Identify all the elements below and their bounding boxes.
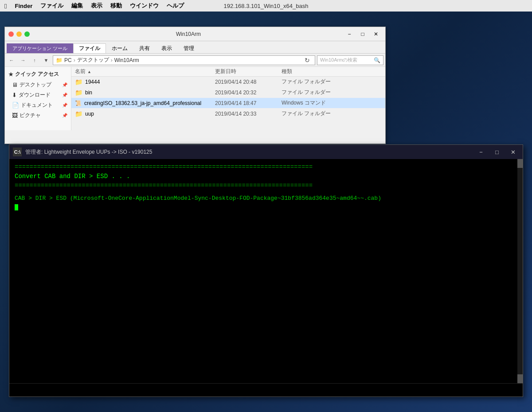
sidebar-item-documents[interactable]: 📄 ドキュメント 📌 xyxy=(5,100,71,110)
tab-app-tools[interactable]: アプリケーション ツール xyxy=(7,43,73,53)
cmd-cursor xyxy=(15,204,18,210)
finder-menu[interactable]: Finder xyxy=(15,3,32,9)
folder-icon: 📁 xyxy=(75,110,82,117)
tab-home[interactable]: ホーム xyxy=(106,43,133,53)
tab-manage[interactable]: 管理 xyxy=(178,43,200,53)
window-menu[interactable]: ウインドウ xyxy=(130,2,159,10)
desktop: Win10Arm − □ ✕ アプリケーション ツール ファイル ホーム 共有 … xyxy=(0,12,532,412)
cmd-minimize-button[interactable]: − xyxy=(475,147,487,157)
go-menu[interactable]: 移動 xyxy=(110,2,122,10)
cmd-close-button[interactable]: ✕ xyxy=(507,147,519,157)
file-name-cell: 📜 creatingISO_18362.53_ja-jp_amd64_profe… xyxy=(71,100,213,106)
cmd-body[interactable]: ========================================… xyxy=(9,159,523,383)
forward-button[interactable]: → xyxy=(18,55,28,65)
cmd-cursor-line xyxy=(15,203,517,212)
up-button[interactable]: ↑ xyxy=(30,55,39,65)
tab-view[interactable]: 表示 xyxy=(156,43,178,53)
folder-icon-sm: 📁 xyxy=(56,57,63,63)
file-list-header: 名前 ▲ 更新日時 種類 xyxy=(71,67,385,77)
cmd-maximize-button[interactable]: □ xyxy=(491,147,503,157)
file-type-cell: ファイル フォルダー xyxy=(280,89,333,96)
file-type-cell: ファイル フォルダー xyxy=(280,78,333,86)
file-type-cell: ファイル フォルダー xyxy=(280,110,333,117)
cmd-icon: C:\ xyxy=(13,148,22,156)
edit-menu[interactable]: 編集 xyxy=(71,2,83,10)
explorer-minimize-win-btn[interactable]: − xyxy=(344,29,355,39)
sidebar-item-desktop[interactable]: 🖥 デスクトップ 📌 xyxy=(5,80,71,90)
star-icon: ★ xyxy=(8,71,13,78)
cmd-titlebar: C:\ 管理者: Lightweight Envelope UUPs -> IS… xyxy=(9,145,523,159)
col-type[interactable]: 種類 xyxy=(280,68,333,75)
refresh-button[interactable]: ↻ xyxy=(302,55,312,65)
file-type-cell: Windows コマンド xyxy=(280,99,333,107)
col-date[interactable]: 更新日時 xyxy=(213,68,280,75)
cmd-spacer xyxy=(15,190,517,194)
file-name-cell: 📁 19444 xyxy=(71,78,213,86)
file-date-cell: 2019/04/14 20:48 xyxy=(213,79,280,85)
menubar-title: 192.168.3.101_Win10_x64_bash xyxy=(224,3,309,9)
file-list: 名前 ▲ 更新日時 種類 📁 19444 2019/04/14 20:48 ファ… xyxy=(71,67,385,130)
file-menu[interactable]: ファイル xyxy=(40,2,63,10)
desktop-icon: 🖥 xyxy=(12,82,18,88)
path-desktop: デスクトップ xyxy=(77,56,109,64)
explorer-sidebar: ★ クイック アクセス 🖥 デスクトップ 📌 ⬇ ダウンロード 📌 📄 ドキュメ… xyxy=(5,67,71,130)
download-icon: ⬇ xyxy=(12,92,17,98)
sidebar-item-downloads[interactable]: ⬇ ダウンロード 📌 xyxy=(5,90,71,100)
ribbon-tabs: アプリケーション ツール ファイル ホーム 共有 表示 管理 xyxy=(5,41,385,54)
path-pc: PC xyxy=(64,57,72,63)
search-box[interactable]: Win10Armの検索 🔍 xyxy=(317,55,383,65)
explorer-minimize-btn[interactable] xyxy=(16,31,22,37)
quick-access-title: ★ クイック アクセス xyxy=(5,69,71,80)
documents-icon: 📄 xyxy=(12,102,19,109)
cmd-scrollbar[interactable] xyxy=(517,159,523,383)
sort-icon: ▲ xyxy=(87,70,91,74)
file-date-cell: 2019/04/14 18:47 xyxy=(213,100,280,106)
table-row[interactable]: 📁 uup 2019/04/14 20:33 ファイル フォルダー xyxy=(71,109,385,119)
search-icon[interactable]: 🔍 xyxy=(374,57,380,63)
tab-share[interactable]: 共有 xyxy=(133,43,156,53)
apple-menu[interactable]:  xyxy=(4,2,7,10)
folder-icon: 📁 xyxy=(75,89,82,96)
table-row[interactable]: 📜 creatingISO_18362.53_ja-jp_amd64_profe… xyxy=(71,98,385,109)
explorer-close-btn[interactable] xyxy=(8,31,14,37)
explorer-close-win-btn[interactable]: ✕ xyxy=(370,29,382,39)
col-name[interactable]: 名前 ▲ xyxy=(71,68,213,75)
explorer-maximize-btn[interactable] xyxy=(24,31,30,37)
help-menu[interactable]: ヘルプ xyxy=(167,2,184,10)
pictures-icon: 🖼 xyxy=(12,112,18,119)
cmd-window: C:\ 管理者: Lightweight Envelope UUPs -> IS… xyxy=(9,144,523,397)
sidebar-item-pictures[interactable]: 🖼 ピクチャ 📌 xyxy=(5,110,71,120)
explorer-titlebar: Win10Arm − □ ✕ xyxy=(5,27,385,41)
view-menu[interactable]: 表示 xyxy=(91,2,102,10)
address-path[interactable]: 📁 PC › デスクトップ › Win10Arm ↻ xyxy=(53,55,315,65)
explorer-maximize-win-btn[interactable]: □ xyxy=(357,29,368,39)
table-row[interactable]: 📁 bin 2019/04/14 20:32 ファイル フォルダー xyxy=(71,87,385,98)
back-button[interactable]: ← xyxy=(7,55,16,65)
tab-file[interactable]: ファイル xyxy=(73,43,106,53)
cmd-cab-line: CAB > DIR > ESD (Microsoft-OneCore-Appli… xyxy=(15,194,517,203)
cmd-window-statusbar xyxy=(9,383,523,396)
explorer-body: ★ クイック アクセス 🖥 デスクトップ 📌 ⬇ ダウンロード 📌 📄 ドキュメ… xyxy=(5,67,385,130)
cmd-separator-2: ========================================… xyxy=(15,181,517,190)
file-name-cell: 📁 bin xyxy=(71,89,213,96)
file-date-cell: 2019/04/14 20:33 xyxy=(213,111,280,117)
recent-button[interactable]: ▼ xyxy=(41,55,51,65)
cmd-separator-1: ========================================… xyxy=(15,163,517,172)
scrollbar-thumb-bottom[interactable] xyxy=(517,374,523,383)
address-bar: ← → ↑ ▼ 📁 PC › デスクトップ › Win10Arm ↻ Win10… xyxy=(5,54,385,67)
script-icon: 📜 xyxy=(75,100,82,106)
cmd-title: 管理者: Lightweight Envelope UUPs -> ISO - … xyxy=(25,148,471,156)
folder-icon: 📁 xyxy=(75,78,82,86)
search-placeholder: Win10Armの検索 xyxy=(320,57,357,63)
table-row[interactable]: 📁 19444 2019/04/14 20:48 ファイル フォルダー xyxy=(71,77,385,87)
file-name-cell: 📁 uup xyxy=(71,110,213,117)
traffic-lights xyxy=(8,31,30,37)
path-win10arm: Win10Arm xyxy=(114,57,139,63)
explorer-title: Win10Arm xyxy=(35,31,342,37)
scrollbar-thumb-top[interactable] xyxy=(517,159,523,168)
cmd-convert-line: Convert CAB and DIR > ESD . . . xyxy=(15,172,517,181)
explorer-window: Win10Arm − □ ✕ アプリケーション ツール ファイル ホーム 共有 … xyxy=(4,27,386,144)
file-date-cell: 2019/04/14 20:32 xyxy=(213,89,280,96)
mac-menubar:  Finder ファイル 編集 表示 移動 ウインドウ ヘルプ 192.168… xyxy=(0,0,532,12)
